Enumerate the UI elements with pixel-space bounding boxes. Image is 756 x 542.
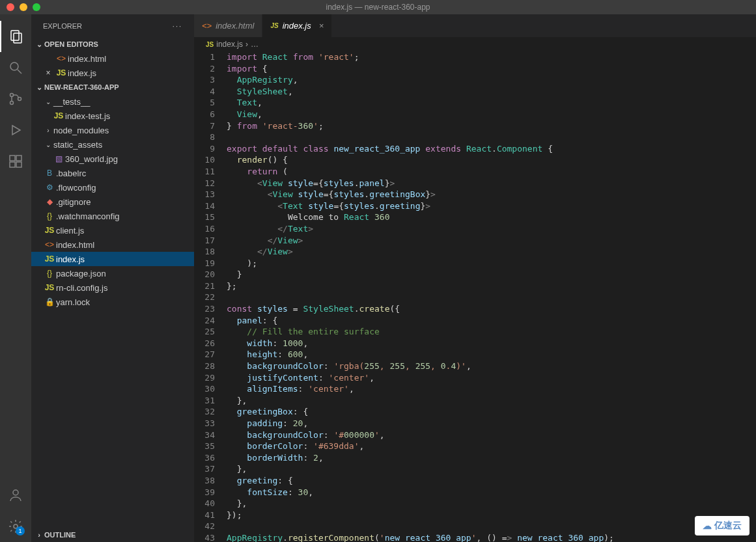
editor-tab[interactable]: JSindex.js× bbox=[262, 14, 332, 37]
editor-tabs: <>index.htmlJSindex.js× bbox=[194, 14, 756, 37]
line-numbers: 1 2 3 4 5 6 7 8 9 10 11 12 13 14 15 16 1… bbox=[194, 51, 227, 542]
file-item[interactable]: ◆.gitignore bbox=[31, 195, 194, 209]
file-item[interactable]: JSclient.js bbox=[31, 223, 194, 237]
file-icon: {} bbox=[43, 211, 56, 221]
file-name: .babelrc bbox=[56, 169, 86, 178]
svg-point-12 bbox=[13, 490, 18, 495]
window-title: index.js — new-react-360-app bbox=[326, 3, 430, 12]
file-name: index.html bbox=[56, 240, 94, 250]
code-content[interactable]: import React from 'react'; import { AppR… bbox=[227, 51, 756, 542]
file-icon: JS bbox=[270, 22, 278, 29]
breadcrumb-file: index.js bbox=[216, 40, 243, 49]
folder-item[interactable]: ›node_modules bbox=[31, 123, 194, 137]
svg-rect-9 bbox=[10, 162, 15, 167]
folder-name: static_assets bbox=[53, 140, 102, 150]
file-name: yarn.lock bbox=[56, 297, 90, 307]
chevron-down-icon: ⌄ bbox=[34, 83, 44, 92]
file-icon: <> bbox=[202, 21, 212, 31]
project-section[interactable]: ⌄ NEW-REACT-360-APP bbox=[31, 80, 194, 94]
file-name: .flowconfig bbox=[56, 183, 96, 193]
file-icon: {} bbox=[43, 269, 56, 278]
breadcrumb[interactable]: JS index.js › … bbox=[194, 37, 756, 51]
file-icon: ◆ bbox=[43, 197, 56, 206]
folder-name: node_modules bbox=[53, 126, 109, 135]
file-item[interactable]: JSrn-cli.config.js bbox=[31, 280, 194, 295]
search-icon[interactable] bbox=[0, 52, 31, 83]
source-control-icon[interactable] bbox=[0, 83, 31, 115]
close-icon[interactable]: × bbox=[42, 68, 55, 77]
svg-point-6 bbox=[18, 98, 21, 101]
chevron-icon: › bbox=[43, 127, 53, 134]
folder-item[interactable]: ⌄__tests__ bbox=[31, 94, 194, 109]
settings-badge: 1 bbox=[16, 526, 25, 535]
editor-area: <>index.htmlJSindex.js× JS index.js › … … bbox=[194, 14, 756, 542]
titlebar: index.js — new-react-360-app bbox=[0, 0, 756, 14]
watermark: ☁ 亿速云 bbox=[695, 516, 749, 535]
code-editor[interactable]: 1 2 3 4 5 6 7 8 9 10 11 12 13 14 15 16 1… bbox=[194, 51, 756, 542]
file-item[interactable]: {}.watchmanconfig bbox=[31, 209, 194, 223]
svg-point-2 bbox=[10, 62, 18, 70]
sidebar-title: EXPLORER bbox=[43, 22, 82, 30]
svg-line-3 bbox=[18, 70, 21, 74]
svg-marker-7 bbox=[12, 126, 20, 135]
file-icon: JS bbox=[55, 68, 68, 77]
svg-point-4 bbox=[10, 94, 14, 97]
outline-section[interactable]: › OUTLINE bbox=[31, 528, 194, 542]
close-window-button[interactable] bbox=[7, 3, 14, 11]
maximize-window-button[interactable] bbox=[33, 3, 40, 11]
file-icon: ▧ bbox=[52, 154, 65, 163]
file-name: index.html bbox=[68, 54, 106, 64]
chevron-icon: ⌄ bbox=[43, 141, 53, 148]
folder-name: __tests__ bbox=[53, 97, 90, 107]
open-editor-item[interactable]: <>index.html bbox=[31, 51, 194, 66]
settings-icon[interactable]: 1 bbox=[0, 511, 31, 542]
js-icon: JS bbox=[206, 41, 214, 48]
activity-bar: 1 bbox=[0, 14, 31, 542]
cloud-icon: ☁ bbox=[703, 521, 712, 531]
file-item[interactable]: <>index.html bbox=[31, 237, 194, 252]
file-icon: ⚙ bbox=[43, 183, 56, 192]
open-editors-section[interactable]: ⌄ OPEN EDITORS bbox=[31, 37, 194, 51]
debug-icon[interactable] bbox=[0, 115, 31, 146]
file-item[interactable]: ⚙.flowconfig bbox=[31, 180, 194, 195]
chevron-right-icon: › bbox=[34, 531, 44, 539]
svg-rect-10 bbox=[16, 162, 21, 167]
accounts-icon[interactable] bbox=[0, 480, 31, 511]
svg-point-5 bbox=[10, 102, 14, 105]
chevron-icon: ⌄ bbox=[43, 98, 53, 105]
file-icon: JS bbox=[52, 111, 65, 120]
file-item[interactable]: B.babelrc bbox=[31, 166, 194, 180]
editor-tab[interactable]: <>index.html bbox=[194, 14, 262, 37]
file-item[interactable]: JSindex-test.js bbox=[31, 109, 194, 123]
explorer-icon[interactable] bbox=[0, 21, 31, 52]
svg-rect-11 bbox=[16, 156, 21, 161]
file-item[interactable]: 🔒yarn.lock bbox=[31, 295, 194, 309]
file-icon: <> bbox=[43, 240, 56, 249]
file-item[interactable]: ▧360_world.jpg bbox=[31, 152, 194, 166]
folder-item[interactable]: ⌄static_assets bbox=[31, 137, 194, 152]
main: 1 EXPLORER ··· ⌄ OPEN EDITORS <>index.ht… bbox=[0, 14, 756, 542]
svg-rect-1 bbox=[14, 33, 21, 43]
file-icon: JS bbox=[43, 254, 56, 264]
extensions-icon[interactable] bbox=[0, 146, 31, 177]
sidebar: EXPLORER ··· ⌄ OPEN EDITORS <>index.html… bbox=[31, 14, 194, 542]
file-name: index.js bbox=[56, 254, 85, 264]
tab-label: index.js bbox=[283, 21, 311, 31]
minimize-window-button[interactable] bbox=[20, 3, 27, 11]
close-icon[interactable]: × bbox=[319, 21, 324, 31]
file-icon: JS bbox=[43, 226, 56, 235]
file-item[interactable]: JSindex.js bbox=[31, 252, 194, 266]
file-icon: <> bbox=[55, 54, 68, 63]
chevron-down-icon: ⌄ bbox=[34, 40, 44, 49]
file-item[interactable]: {}package.json bbox=[31, 266, 194, 280]
breadcrumb-sep: › bbox=[245, 40, 248, 49]
tab-label: index.html bbox=[216, 21, 254, 31]
file-name: index.js bbox=[68, 68, 96, 78]
file-name: index-test.js bbox=[65, 111, 110, 121]
sidebar-header: EXPLORER ··· bbox=[31, 14, 194, 37]
sidebar-more-button[interactable]: ··· bbox=[173, 22, 182, 30]
file-icon: 🔒 bbox=[43, 297, 56, 306]
open-editor-item[interactable]: ×JSindex.js bbox=[31, 66, 194, 80]
svg-rect-8 bbox=[10, 156, 15, 161]
traffic-lights bbox=[0, 3, 40, 11]
